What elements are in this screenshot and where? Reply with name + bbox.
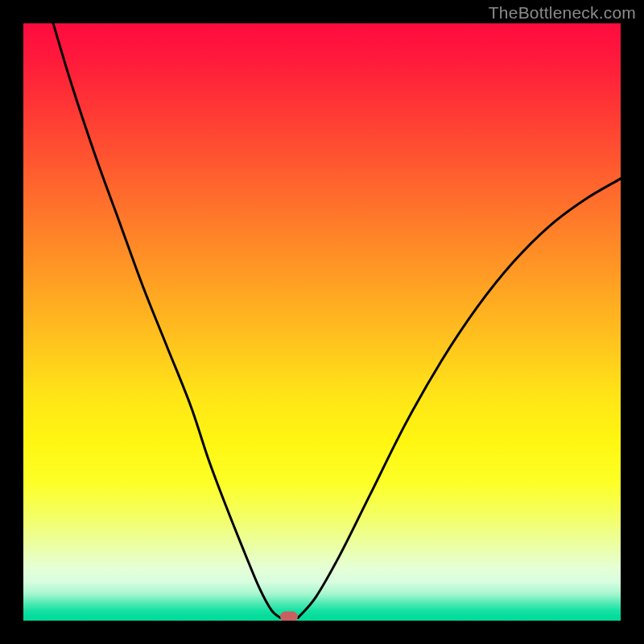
chart-frame: TheBottleneck.com [0,0,644,644]
curve-left [53,23,280,617]
curve-right [298,179,621,617]
watermark-text: TheBottleneck.com [489,3,636,23]
bottleneck-curve [23,23,621,621]
plot-area [23,23,621,621]
valley-marker [280,611,298,621]
